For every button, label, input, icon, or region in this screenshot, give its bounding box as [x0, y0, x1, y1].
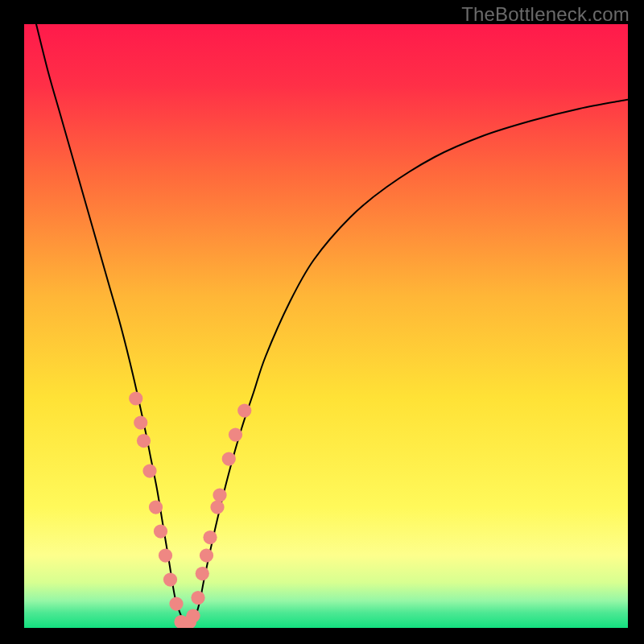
highlight-dots-group	[129, 391, 251, 628]
highlight-dot	[142, 464, 156, 477]
outer-frame: TheBottleneck.com	[0, 0, 644, 644]
highlight-dot	[159, 548, 172, 562]
highlight-dot	[196, 567, 209, 580]
highlight-dot	[129, 391, 142, 405]
plot-area	[24, 24, 628, 628]
highlight-dot	[137, 434, 151, 448]
watermark-text: TheBottleneck.com	[461, 3, 630, 26]
highlight-dot	[237, 403, 251, 417]
highlight-dot	[210, 500, 224, 514]
highlight-dot	[169, 597, 183, 610]
highlight-dot	[163, 572, 177, 586]
highlight-dot	[213, 488, 226, 502]
highlight-dot	[186, 609, 200, 622]
chart-svg	[24, 24, 628, 628]
highlight-dot	[149, 500, 163, 514]
highlight-dot	[191, 591, 204, 605]
highlight-dot	[222, 452, 236, 465]
bottleneck-curve	[36, 24, 628, 628]
highlight-dot	[154, 524, 167, 538]
highlight-dot	[203, 530, 217, 544]
highlight-dot	[200, 548, 213, 562]
highlight-dot	[229, 427, 242, 441]
highlight-dot	[134, 415, 147, 429]
